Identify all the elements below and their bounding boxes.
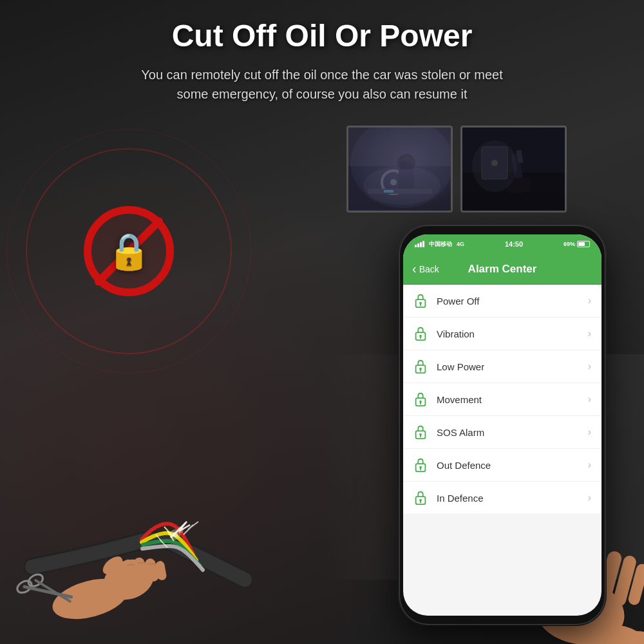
menu-item-low-power[interactable]: Low Power ›: [403, 350, 601, 383]
menu-label-low-power: Low Power: [437, 361, 588, 372]
status-bar: 中国移动 4G 14:50 69%: [403, 234, 601, 254]
signal-bars: [415, 241, 424, 247]
svg-rect-8: [368, 189, 432, 194]
svg-rect-24: [0, 386, 322, 644]
svg-point-4: [390, 179, 397, 185]
chevron-in-defence: ›: [588, 492, 591, 504]
menu-label-in-defence: In Defence: [437, 493, 588, 504]
signal-bar-1: [415, 245, 417, 247]
lock-icon-sos-alarm: [413, 424, 428, 440]
menu-item-out-defence[interactable]: Out Defence ›: [403, 449, 601, 482]
no-lock-container: 🔒: [39, 161, 219, 341]
battery-level: 69%: [564, 241, 575, 247]
crime-photos: [346, 126, 567, 213]
signal-bar-4: [422, 241, 424, 247]
phone-container: 中国移动 4G 14:50 69% ‹ Back: [361, 213, 644, 644]
svg-point-2: [363, 166, 440, 205]
battery-icon: [577, 241, 590, 247]
menu-label-power-off: Power Off: [437, 296, 588, 307]
svg-rect-6: [399, 169, 414, 192]
lock-icon-in-defence: [413, 490, 428, 506]
lock-icon-power-off: [413, 293, 428, 308]
svg-rect-1: [348, 166, 453, 213]
svg-point-5: [397, 154, 415, 172]
status-left: 中国移动 4G: [415, 240, 464, 249]
back-button[interactable]: ‹ Back: [412, 261, 439, 276]
svg-rect-9: [384, 190, 393, 193]
chevron-vibration: ›: [588, 328, 591, 339]
crime-photo-1: [346, 126, 453, 213]
lock-icon-low-power: [413, 359, 428, 374]
phone-screen: 中国移动 4G 14:50 69% ‹ Back: [403, 234, 601, 616]
chevron-movement: ›: [588, 393, 591, 405]
menu-item-in-defence[interactable]: In Defence ›: [403, 482, 601, 515]
menu-label-out-defence: Out Defence: [437, 460, 588, 471]
carrier-name: 中国移动: [429, 240, 452, 249]
lock-icon: 🔒: [107, 231, 151, 272]
status-right: 69%: [564, 241, 590, 247]
chevron-sos-alarm: ›: [588, 426, 591, 438]
chevron-power-off: ›: [588, 295, 591, 307]
menu-item-vibration[interactable]: Vibration ›: [403, 317, 601, 350]
lock-icon-movement: [413, 392, 428, 407]
network-type: 4G: [457, 241, 464, 247]
status-time: 14:50: [505, 240, 523, 248]
menu-item-movement[interactable]: Movement ›: [403, 383, 601, 416]
subtitle: You can remotely cut off the oil once th…: [52, 65, 592, 104]
main-title: Cut Off Oil Or Power: [52, 19, 592, 53]
svg-point-23: [472, 140, 517, 192]
lock-icon-out-defence: [413, 457, 428, 473]
svg-rect-0: [348, 128, 453, 213]
menu-item-sos-alarm[interactable]: SOS Alarm ›: [403, 416, 601, 449]
signal-bar-2: [417, 243, 419, 247]
menu-item-power-off[interactable]: Power Off ›: [403, 285, 601, 317]
chevron-out-defence: ›: [588, 459, 591, 471]
phone-nav-bar: ‹ Back Alarm Center: [403, 254, 601, 285]
menu-label-sos-alarm: SOS Alarm: [437, 427, 588, 438]
svg-point-27: [177, 527, 184, 533]
svg-point-26: [173, 532, 178, 537]
phone-body: 中国移动 4G 14:50 69% ‹ Back: [399, 225, 605, 625]
back-chevron: ‹: [412, 261, 417, 276]
nav-title: Alarm Center: [468, 263, 537, 276]
lock-icon-vibration: [413, 326, 428, 341]
menu-label-vibration: Vibration: [437, 328, 588, 339]
page-background: Cut Off Oil Or Power You can remotely cu…: [0, 0, 644, 644]
back-label: Back: [419, 264, 439, 274]
menu-label-movement: Movement: [437, 394, 588, 405]
alarm-menu-list: Power Off › Vibration ›: [403, 285, 601, 515]
header-section: Cut Off Oil Or Power You can remotely cu…: [0, 6, 644, 117]
no-sign: 🔒: [84, 206, 174, 296]
svg-point-3: [382, 171, 405, 194]
svg-point-10: [350, 128, 453, 208]
crime-photo-2: [460, 126, 567, 213]
svg-rect-7: [401, 161, 412, 169]
wire-cutting-scene: [0, 386, 322, 612]
signal-bar-3: [420, 242, 422, 247]
chevron-low-power: ›: [588, 361, 591, 372]
